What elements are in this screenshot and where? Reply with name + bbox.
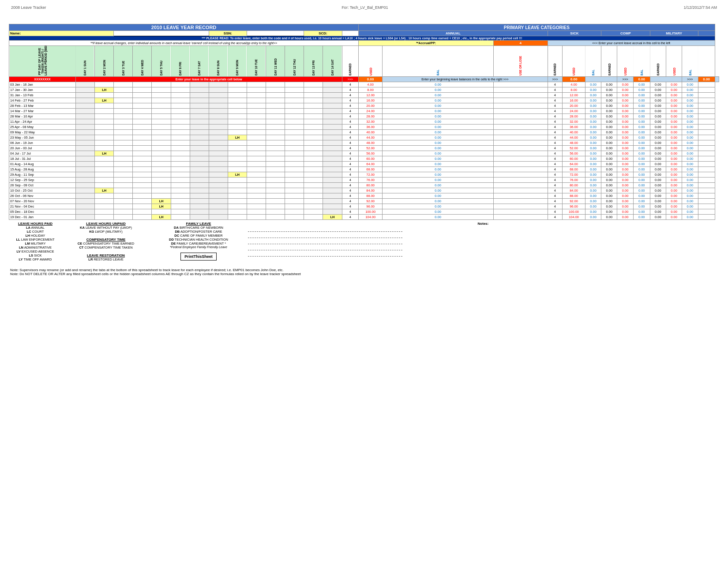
day-cell-5[interactable] [152,130,171,135]
day-cell-5[interactable] [152,209,171,215]
day-cell-4[interactable] [133,156,152,162]
day-cell-8[interactable] [209,209,228,215]
day-cell-3[interactable] [114,151,133,156]
day-cell-6[interactable] [171,93,190,98]
day-cell-10[interactable] [247,178,266,183]
day-cell-8[interactable] [209,178,228,183]
day-cell-1[interactable] [75,103,94,109]
day-cell-13[interactable] [304,183,323,188]
day-cell-12[interactable] [285,119,304,125]
day-cell-4[interactable] [133,188,152,193]
day-cell-11[interactable] [266,172,285,178]
day-cell-9[interactable] [228,98,247,103]
day-cell-2[interactable]: LH [95,87,114,93]
day-cell-9[interactable] [228,130,247,135]
day-cell-2[interactable] [95,140,114,146]
day-cell-8[interactable] [209,183,228,188]
day-cell-5[interactable]: LH [152,199,171,204]
day-cell-10[interactable] [247,119,266,125]
day-cell-11[interactable] [266,135,285,140]
day-cell-1[interactable] [75,183,94,188]
day-cell-5[interactable] [152,93,171,98]
day-cell-1[interactable] [75,125,94,130]
day-cell-7[interactable] [190,151,209,156]
day-cell-14[interactable] [323,87,342,93]
day-cell-6[interactable] [171,156,190,162]
day-cell-9[interactable] [228,125,247,130]
day-cell-14[interactable] [323,114,342,119]
day-cell-14[interactable] [323,204,342,209]
day-cell-2[interactable] [95,130,114,135]
day-cell-11[interactable] [266,146,285,151]
day-cell-7[interactable] [190,167,209,172]
day-cell-8[interactable] [209,82,228,87]
day-cell-6[interactable] [171,204,190,209]
day-cell-11[interactable] [266,114,285,119]
day-cell-1[interactable] [75,167,94,172]
day-cell-1[interactable] [75,199,94,204]
day-cell-3[interactable] [114,130,133,135]
day-cell-6[interactable] [171,103,190,109]
day-cell-12[interactable] [285,146,304,151]
day-cell-10[interactable] [247,114,266,119]
day-cell-4[interactable] [133,130,152,135]
day-cell-6[interactable] [171,146,190,151]
day-cell-8[interactable] [209,87,228,93]
day-cell-6[interactable] [171,151,190,156]
day-cell-11[interactable] [266,87,285,93]
day-cell-13[interactable] [304,125,323,130]
day-cell-5[interactable] [152,82,171,87]
day-cell-12[interactable] [285,98,304,103]
day-cell-5[interactable] [152,125,171,130]
day-cell-5[interactable] [152,188,171,193]
day-cell-12[interactable] [285,188,304,193]
day-cell-9[interactable] [228,87,247,93]
day-cell-7[interactable] [190,109,209,114]
day-cell-2[interactable]: LH [95,151,114,156]
day-cell-7[interactable] [190,178,209,183]
day-cell-2[interactable] [95,167,114,172]
day-cell-5[interactable] [152,172,171,178]
day-cell-7[interactable] [190,172,209,178]
day-cell-14[interactable] [323,119,342,125]
day-cell-11[interactable] [266,162,285,167]
day-cell-6[interactable] [171,87,190,93]
day-cell-3[interactable] [114,125,133,130]
day-cell-12[interactable] [285,156,304,162]
day-cell-13[interactable] [304,103,323,109]
day-cell-12[interactable] [285,162,304,167]
day-cell-10[interactable] [247,130,266,135]
day-cell-14[interactable] [323,193,342,199]
day-cell-4[interactable] [133,103,152,109]
day-cell-1[interactable] [75,98,94,103]
day-cell-14[interactable] [323,156,342,162]
day-cell-6[interactable] [171,178,190,183]
day-cell-13[interactable] [304,114,323,119]
day-cell-10[interactable] [247,199,266,204]
day-cell-1[interactable] [75,135,94,140]
m-init[interactable]: 0.00 [698,77,715,82]
day-cell-9[interactable] [228,114,247,119]
day-cell-8[interactable] [209,204,228,209]
day-cell-6[interactable] [171,82,190,87]
day-cell-10[interactable] [247,103,266,109]
day-cell-12[interactable] [285,167,304,172]
day-cell-2[interactable] [95,146,114,151]
day-cell-6[interactable] [171,109,190,114]
day-cell-13[interactable] [304,98,323,103]
day-cell-2[interactable]: LH [95,98,114,103]
day-cell-3[interactable] [114,178,133,183]
day-cell-3[interactable] [114,114,133,119]
day-cell-3[interactable] [114,93,133,98]
day-cell-2[interactable] [95,199,114,204]
day-cell-10[interactable] [247,109,266,114]
day-cell-6[interactable] [171,188,190,193]
day-cell-2[interactable] [95,193,114,199]
day-cell-2[interactable] [95,172,114,178]
c-init[interactable]: 0.00 [633,77,650,82]
day-cell-14[interactable] [323,103,342,109]
day-cell-13[interactable] [304,140,323,146]
day-cell-5[interactable] [152,167,171,172]
day-cell-10[interactable] [247,188,266,193]
day-cell-9[interactable]: LH [228,172,247,178]
